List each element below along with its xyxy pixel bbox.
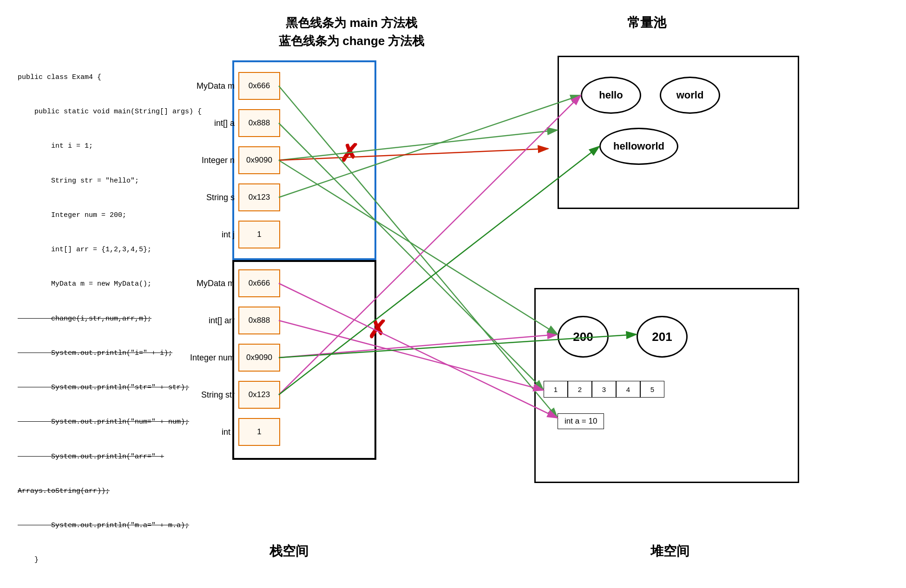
x-mark-change: ✗ — [367, 316, 387, 344]
array-cell-2: 3 — [592, 381, 616, 398]
chg-int-arr-value: 0x888 — [238, 307, 280, 334]
chg-integer-num-label: Integer num — [184, 353, 235, 363]
stack-space-label: 栈空间 — [269, 542, 309, 560]
main-integer-n-value: 0x9090 — [238, 146, 280, 174]
header-annotation: 黑色线条为 main 方法栈 蓝色线条为 change 方法栈 — [279, 14, 424, 50]
chg-var-mydata-m: MyData m 0x666 — [184, 269, 280, 297]
chg-var-int-i: int i 1 — [184, 418, 280, 446]
main-mydata-m-value: 0x666 — [238, 72, 280, 100]
oval-helloworld: helloworld — [599, 128, 678, 165]
chg-integer-num-value: 0x9090 — [238, 344, 280, 372]
int-a-box: int a = 10 — [558, 413, 604, 429]
header-line2: 蓝色线条为 change 方法栈 — [279, 32, 424, 50]
array-cells: 1 2 3 4 5 — [544, 381, 664, 398]
main-int-j-label: int j — [184, 230, 235, 240]
oval-world: world — [660, 77, 720, 114]
array-cell-0: 1 — [544, 381, 568, 398]
oval-hello: hello — [581, 77, 641, 114]
chg-string-str-value: 0x123 — [238, 381, 280, 409]
oval-200: 200 — [558, 316, 609, 358]
chg-int-arr-label: int[] arr — [184, 316, 235, 326]
chg-var-integer-num: Integer num 0x9090 — [184, 344, 280, 372]
main-var-string-s: String s 0x123 — [184, 183, 280, 211]
main-var-integer-n: Integer n 0x9090 — [184, 146, 280, 174]
main-int-j-value: 1 — [238, 221, 280, 248]
main-var-int-a: int[] a 0x888 — [184, 109, 280, 137]
array-cell-3: 4 — [616, 381, 640, 398]
chg-mydata-m-label: MyData m — [184, 279, 235, 288]
main-string-s-label: String s — [184, 193, 235, 203]
chg-int-i-value: 1 — [238, 418, 280, 446]
x-mark-main: ✗ — [339, 139, 360, 167]
chg-mydata-m-value: 0x666 — [238, 269, 280, 297]
chg-int-i-label: int i — [184, 427, 235, 437]
code-panel: public class Exam4 { public static void … — [9, 60, 209, 588]
main-int-a-value: 0x888 — [238, 109, 280, 137]
main-var-int-j: int j 1 — [184, 221, 280, 248]
heap-space-label: 堆空间 — [650, 542, 689, 560]
main-integer-n-label: Integer n — [184, 156, 235, 165]
main-mydata-m-label: MyData m — [184, 81, 235, 91]
chg-string-str-label: String str — [184, 390, 235, 400]
array-cell-1: 2 — [568, 381, 592, 398]
oval-201: 201 — [637, 316, 688, 358]
chg-var-int-arr: int[] arr 0x888 — [184, 307, 280, 334]
constant-pool-label: 常量池 — [627, 14, 666, 32]
chg-var-string-str: String str 0x123 — [184, 381, 280, 409]
main-int-a-label: int[] a — [184, 118, 235, 128]
header-line1: 黑色线条为 main 方法栈 — [279, 14, 424, 32]
array-cell-4: 5 — [640, 381, 664, 398]
main-var-mydata-m: MyData m 0x666 — [184, 72, 280, 100]
main-string-s-value: 0x123 — [238, 183, 280, 211]
